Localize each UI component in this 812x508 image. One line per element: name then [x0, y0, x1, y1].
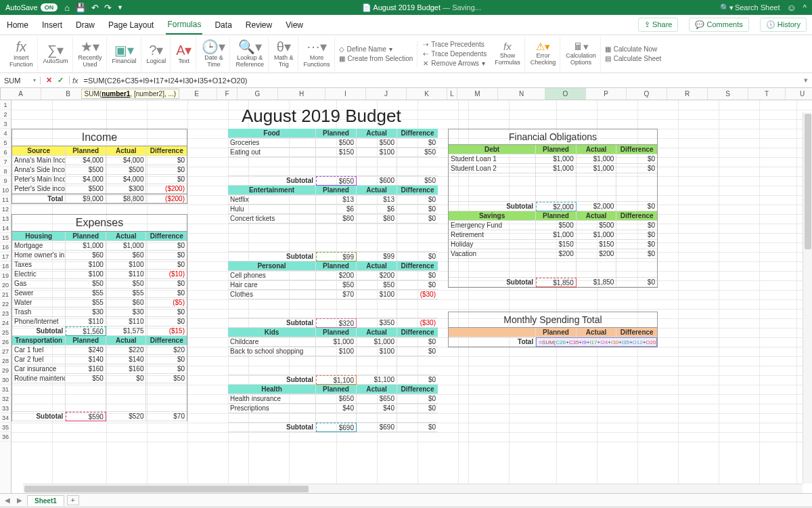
table-row[interactable]: Car 1 fuel$240$220$20: [12, 345, 187, 355]
ribbon-expand-icon[interactable]: ^: [803, 3, 807, 12]
recently-used-button[interactable]: ★▾Recently Used: [74, 37, 107, 71]
row-header-10[interactable]: 10: [0, 186, 11, 195]
row-header-20[interactable]: 20: [0, 280, 11, 290]
col-header-S[interactable]: S: [708, 88, 748, 100]
table-row[interactable]: Childcare$1,000$1,000$0: [228, 337, 438, 347]
table-row[interactable]: Clothes$70$100($30): [228, 290, 438, 299]
save-icon[interactable]: 💾: [75, 3, 86, 13]
table-row[interactable]: Sewer$55$55$0: [12, 289, 187, 298]
row-header-2[interactable]: 2: [0, 110, 11, 119]
row-header-25[interactable]: 25: [0, 328, 11, 337]
remove-arrows-button[interactable]: ✕ Remove Arrows ▾: [423, 60, 487, 67]
row-header-35[interactable]: 35: [0, 423, 11, 432]
col-header-E[interactable]: E: [177, 88, 217, 100]
row-header-34[interactable]: 34: [0, 413, 11, 423]
horizontal-scrollbar[interactable]: [23, 484, 803, 493]
table-row[interactable]: Mortgage$1,000$1,000$0: [12, 241, 187, 251]
table-row[interactable]: Prescriptions$40$40$0: [228, 404, 438, 413]
row-header-21[interactable]: 21: [0, 290, 11, 299]
active-cell[interactable]: =SUM(C26+C35+I9+I17+I24+I30+I35+O12+O20): [536, 337, 657, 347]
row-header-31[interactable]: 31: [0, 385, 11, 394]
col-header-Q[interactable]: Q: [627, 88, 667, 100]
table-row[interactable]: Routine maintence$50$0$50: [12, 374, 187, 383]
create-from-selection-button[interactable]: ▦ Create from Selection: [339, 55, 413, 62]
row-header-19[interactable]: 19: [0, 271, 11, 280]
table-row[interactable]: Back to school shopping$100$100$0: [228, 347, 438, 356]
row-header-16[interactable]: 16: [0, 242, 11, 252]
table-row[interactable]: Cell phones$200$200$0: [228, 271, 438, 280]
table-row[interactable]: Anna's Main Income$4,000$4,000$0: [12, 156, 187, 165]
row-header-7[interactable]: 7: [0, 157, 11, 167]
tab-draw[interactable]: Draw: [74, 16, 96, 34]
row-header-33[interactable]: 33: [0, 404, 11, 413]
error-checking-button[interactable]: ⚠▾Error Checking: [526, 37, 561, 71]
tab-home[interactable]: Home: [5, 16, 30, 34]
table-row[interactable]: Gas$50$50$0: [12, 279, 187, 289]
table-row[interactable]: Water$55$60($5): [12, 298, 187, 308]
col-header-N[interactable]: N: [498, 88, 545, 100]
table-row[interactable]: Hulu$6$6$0: [228, 205, 438, 214]
logical-button[interactable]: ?▾Logical: [143, 37, 171, 71]
autosave-toggle[interactable]: AutoSave ON: [5, 3, 58, 12]
math-button[interactable]: θ▾Math & Trig: [270, 37, 298, 71]
row-header-26[interactable]: 26: [0, 337, 11, 347]
row-header-29[interactable]: 29: [0, 366, 11, 375]
history-button[interactable]: 🕔 History: [760, 18, 807, 32]
row-header-36[interactable]: 36: [0, 432, 11, 442]
table-row[interactable]: Student Loan 2$1,000$1,000$0: [449, 164, 657, 173]
table-row[interactable]: Peter's Main Income$4,000$4,000$0: [12, 175, 187, 184]
col-header-R[interactable]: R: [667, 88, 708, 100]
tab-formulas[interactable]: Formulas: [166, 16, 202, 35]
col-header-O[interactable]: O: [545, 88, 586, 100]
undo-icon[interactable]: ↶: [91, 3, 99, 13]
col-header-U[interactable]: U: [786, 88, 812, 100]
formula-input[interactable]: =SUM(C26+C35+I9+I17+I24+I30+I35+O12+O20)…: [81, 77, 800, 85]
col-header-K[interactable]: K: [407, 88, 447, 100]
row-header-1[interactable]: 1: [0, 100, 11, 110]
row-header-27[interactable]: 27: [0, 347, 11, 356]
comments-button[interactable]: 💬 Comments: [689, 18, 748, 32]
col-header-T[interactable]: T: [748, 88, 786, 100]
cancel-icon[interactable]: ✕: [46, 76, 52, 85]
tab-page-layout[interactable]: Page Layout: [107, 16, 155, 34]
table-row[interactable]: Peter's Side income$500$300($200): [12, 184, 187, 194]
col-header-G[interactable]: G: [238, 88, 278, 100]
row-header-12[interactable]: 12: [0, 205, 11, 214]
date-time-button[interactable]: 🕒▾Date & Time: [198, 37, 230, 71]
tab-review[interactable]: Review: [244, 16, 273, 34]
show-formulas-button[interactable]: fxShow Formulas: [491, 37, 525, 71]
fx-icon[interactable]: fx: [72, 77, 78, 85]
table-row[interactable]: Taxes$100$100$0: [12, 260, 187, 270]
calculate-now-button[interactable]: ▦ Calculate Now: [605, 45, 662, 53]
autosum-button[interactable]: ∑▾AutoSum: [39, 37, 73, 71]
more-functions-button[interactable]: ⋯▾More Functions: [300, 37, 335, 71]
col-header-H[interactable]: H: [278, 88, 325, 100]
row-header-6[interactable]: 6: [0, 148, 11, 157]
user-avatar-icon[interactable]: ☺: [787, 2, 796, 13]
trace-dependents-button[interactable]: ⇠ Trace Dependents: [423, 50, 487, 58]
table-row[interactable]: Car 2 fuel$140$140$0: [12, 355, 187, 364]
search-sheet[interactable]: 🔍▾ Search Sheet: [720, 3, 780, 12]
table-row[interactable]: Car insurance$160$160$0: [12, 364, 187, 374]
row-header-22[interactable]: 22: [0, 299, 11, 309]
row-header-4[interactable]: 4: [0, 129, 11, 138]
define-name-button[interactable]: ◇ Define Name ▾: [339, 45, 413, 53]
vertical-scrollbar[interactable]: [803, 112, 812, 484]
tab-data[interactable]: Data: [213, 16, 233, 34]
row-header-17[interactable]: 17: [0, 252, 11, 261]
row-header-14[interactable]: 14: [0, 224, 11, 233]
confirm-icon[interactable]: ✓: [58, 76, 64, 85]
row-header-9[interactable]: 9: [0, 176, 11, 186]
financial-button[interactable]: ▣▾Financial: [108, 37, 141, 71]
col-header-J[interactable]: J: [366, 88, 407, 100]
expand-formula-icon[interactable]: ▾: [800, 76, 812, 85]
table-row[interactable]: Student Loan 1$1,000$1,000$0: [449, 154, 657, 164]
table-row[interactable]: Phone/Internet$110$110$0: [12, 317, 187, 326]
table-row[interactable]: Groceries$500$500$0: [228, 138, 438, 148]
table-row[interactable]: Anna's Side Income$500$500$0: [12, 165, 187, 175]
trace-precedents-button[interactable]: ⇢ Trace Precedents: [423, 41, 487, 48]
lookup-button[interactable]: 🔍▾Lookup & Reference: [231, 37, 269, 71]
table-row[interactable]: Retirement$1,000$1,000$0: [449, 230, 657, 240]
sheet-tab-1[interactable]: Sheet1: [27, 495, 64, 506]
text-button[interactable]: A▾Text: [172, 37, 196, 71]
